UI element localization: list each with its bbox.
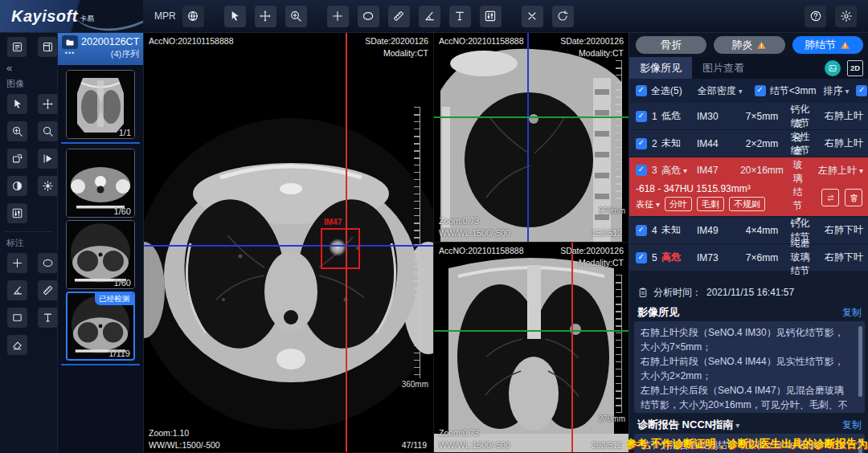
nodule-row-3-selected[interactable]: 3 高危 IM47 20×16mm 混合磨玻璃结节 左肺上叶 -618 - 34…: [629, 157, 868, 217]
ruler-tool-button[interactable]: [38, 280, 58, 300]
magnify-tool-button[interactable]: [38, 121, 58, 141]
magnifier-icon: [42, 125, 54, 137]
nodule-risk-dropdown[interactable]: 高危: [661, 164, 697, 178]
gallery-button[interactable]: [825, 60, 841, 76]
tab-pneumonia[interactable]: 肺炎: [714, 36, 784, 54]
thumbnail-series-4-selected[interactable]: 已经检测 1/119: [66, 292, 135, 361]
ruler-tool-button[interactable]: [388, 6, 410, 27]
nodule-risk: 未知: [661, 137, 697, 150]
axial-viewport[interactable]: IM47 360mm AccNO:202101158888 SDate:2020…: [144, 33, 434, 453]
thumbnail-series-2[interactable]: 1/60: [66, 149, 135, 218]
nodule-row-5[interactable]: 5 高危 IM73 7×6mm 纯磨玻璃结节 右肺下叶: [629, 244, 868, 271]
finding-line: 右肺上叶前段（SeNO.4 IM44）见实性结节影，大小为2×2mm；: [641, 354, 852, 383]
coronal-slice-index: 262/512: [592, 439, 622, 451]
cine-play-button[interactable]: [38, 149, 58, 169]
text-tool-button[interactable]: [449, 6, 471, 27]
findings-text-body[interactable]: 右肺上叶尖段（SeNO.4 IM30）见钙化结节影，大小为7×5mm； 右肺上叶…: [634, 321, 865, 413]
window-level-icon: [484, 10, 497, 22]
sagittal-crosshair-vertical[interactable]: [527, 33, 529, 242]
copy-findings-button[interactable]: 复制: [842, 306, 862, 320]
reset-button[interactable]: [552, 6, 574, 27]
subtab-findings[interactable]: 影像所见: [629, 57, 692, 79]
2d-view-button[interactable]: 2D: [847, 60, 863, 76]
delete-nodule-button[interactable]: [845, 189, 862, 206]
checkbox-checked[interactable]: [856, 85, 867, 96]
checkbox-checked[interactable]: [636, 165, 647, 176]
nodule-row-1[interactable]: 1 低危 IM30 7×5mm 钙化结节 右肺上叶: [629, 103, 868, 130]
crosshair-tool-button[interactable]: [327, 6, 349, 27]
window-level-tool-button[interactable]: [480, 6, 502, 27]
checkbox-checked[interactable]: [636, 111, 647, 122]
subtab-image-view[interactable]: 图片查看: [692, 57, 755, 79]
warning-icon: [756, 40, 767, 51]
study-title: 20200126CT: [81, 35, 139, 48]
nodule-im: IM44: [697, 138, 734, 149]
coronal-crosshair-vertical[interactable]: [571, 243, 573, 453]
axial-crosshair-horizontal[interactable]: [144, 245, 433, 247]
checkbox-checked[interactable]: [636, 85, 647, 96]
round-filter[interactable]: 取整: [856, 84, 868, 98]
copy-report-button[interactable]: 复制: [842, 418, 862, 432]
collapse-sidebar-button[interactable]: «: [0, 62, 57, 76]
locate-nodule-button[interactable]: [821, 189, 839, 206]
axial-accno: AccNO:202101158888: [149, 35, 233, 47]
checkbox-checked[interactable]: [755, 85, 766, 96]
cursor-tool-button[interactable]: [7, 94, 27, 114]
mpr-button[interactable]: [182, 6, 204, 27]
coronal-viewport[interactable]: 270mm AccNO:202101158888 SDate:20200126 …: [434, 243, 628, 453]
close-icon: [526, 10, 538, 22]
pan-tool-button[interactable]: [255, 6, 276, 27]
cursor-tool-button[interactable]: [224, 6, 246, 27]
nodule-type-dropdown[interactable]: 混合磨玻璃结节: [790, 117, 805, 224]
nodule-detection-box[interactable]: [321, 228, 360, 269]
layout-button[interactable]: [38, 37, 57, 57]
sagittal-crosshair-horizontal[interactable]: [434, 116, 628, 118]
brightness-tool-button[interactable]: [38, 176, 58, 196]
eraser-tool-button[interactable]: [7, 335, 27, 355]
density-dropdown[interactable]: 全部密度: [698, 84, 743, 98]
invert-tool-button[interactable]: [7, 176, 27, 196]
sagittal-scale-label: 270mm: [599, 206, 625, 215]
thumbnail-series-3[interactable]: 1/60: [66, 220, 135, 289]
checkbox-checked[interactable]: [636, 225, 647, 236]
gallery-icon: [828, 63, 837, 73]
rectangle-tool-button[interactable]: [7, 308, 27, 328]
nodule-row-2[interactable]: 2 未知 IM44 2×2mm 实性结节 右肺上叶: [629, 130, 868, 157]
zoom-in-tool-button[interactable]: [285, 6, 307, 27]
study-header[interactable]: ••• 20200126CT (4)序列: [58, 33, 143, 65]
findings-scrollbar[interactable]: [858, 326, 862, 397]
checkbox-checked[interactable]: [636, 138, 647, 149]
thumbnail-scout[interactable]: 1/1: [66, 70, 135, 139]
analysis-time-row: 分析时间： 2021/11/15 16:41:57: [629, 281, 868, 304]
ellipse-tool-button[interactable]: [38, 253, 58, 273]
more-dots[interactable]: •••: [65, 49, 75, 57]
clear-annotations-button[interactable]: [522, 6, 543, 27]
crosshair-tool-button[interactable]: [7, 253, 27, 273]
angle-tool-button[interactable]: [7, 280, 27, 300]
tab-lung-nodule[interactable]: 肺结节: [792, 36, 863, 54]
sagittal-viewport[interactable]: 270mm AccNO:202101158888 SDate:20200126 …: [434, 33, 628, 243]
report-title-dropdown[interactable]: 诊断报告 NCCN指南: [637, 418, 739, 432]
zoom-in-tool-button[interactable]: [7, 121, 27, 141]
small-nodule-filter[interactable]: 结节<3mm: [755, 84, 817, 98]
settings-button[interactable]: [835, 6, 857, 27]
tab-fracture[interactable]: 骨折: [636, 36, 706, 54]
angle-tool-button[interactable]: [419, 6, 440, 27]
folder-button[interactable]: [62, 35, 78, 49]
help-button[interactable]: [805, 6, 826, 27]
ellipse-tool-button[interactable]: [358, 6, 379, 27]
rotate-tool-button[interactable]: [7, 149, 27, 169]
coronal-crosshair-horizontal[interactable]: [434, 330, 628, 332]
ruler-icon: [42, 284, 54, 296]
sort-dropdown[interactable]: 排序: [823, 84, 849, 98]
nodule-location-dropdown[interactable]: 左肺上叶: [805, 164, 863, 178]
select-all-filter[interactable]: 全选(5): [636, 84, 682, 98]
series-list-button[interactable]: [7, 37, 27, 57]
window-level-tool-button[interactable]: [7, 203, 27, 223]
nodule-row-4[interactable]: 4 未知 IM49 4×4mm 钙化结节 右肺下叶: [629, 217, 868, 244]
checkbox-checked[interactable]: [636, 252, 647, 263]
pan-tool-button[interactable]: [38, 94, 58, 114]
text-tool-button[interactable]: [38, 308, 58, 328]
feature-dropdown[interactable]: 表征: [636, 198, 660, 210]
nodule-number: 5: [652, 252, 657, 263]
